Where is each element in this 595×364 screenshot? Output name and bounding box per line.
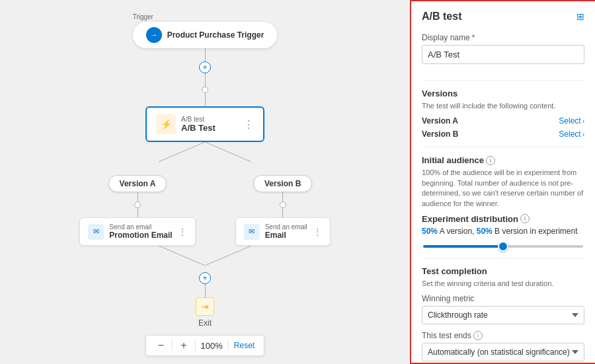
versions-title: Versions <box>422 89 584 98</box>
exp-dist-title: Experiment distribution <box>422 214 518 224</box>
email-text-block-b: Send an email Email <box>265 223 307 240</box>
exp-dist-label-row: Experiment distribution i <box>422 214 584 224</box>
version-b-select-btn[interactable]: Select › <box>559 129 584 139</box>
trigger-node-container: Trigger → Product Purchase Trigger + <box>133 13 278 106</box>
svg-line-0 <box>159 142 205 162</box>
display-name-input[interactable] <box>422 45 584 64</box>
exit-label: Exit <box>198 318 212 328</box>
reset-button[interactable]: Reset <box>234 341 255 350</box>
trigger-icon: → <box>146 27 162 43</box>
email-icon-a: ✉ <box>88 224 104 240</box>
panel-title: A/B test <box>422 11 461 22</box>
slider-container <box>422 240 584 250</box>
email-node-b[interactable]: ✉ Send an email Email ⋮ <box>235 217 331 246</box>
this-test-ends-label: This test ends <box>422 331 471 340</box>
display-name-label-row: Display name * <box>422 33 584 42</box>
exp-dist-info-icon[interactable]: i <box>520 214 530 223</box>
ab-more-button[interactable]: ⋮ <box>243 118 254 131</box>
connector-line-b1 <box>282 192 283 201</box>
sep-1 <box>422 80 584 81</box>
circle-dot-a <box>134 201 141 208</box>
this-test-ends-select[interactable]: Automatically (on statistical significan… <box>422 343 584 361</box>
trigger-node[interactable]: → Product Purchase Trigger <box>133 22 278 48</box>
svg-line-2 <box>159 246 205 266</box>
winning-metric-select[interactable]: Clickthrough rate Open rate Conversion r… <box>422 306 584 324</box>
distribution-slider[interactable] <box>423 245 583 248</box>
required-star: * <box>472 33 475 42</box>
toolbar-divider-2 <box>195 340 196 351</box>
email-node-a[interactable]: ✉ Send an email Promotion Email ⋮ <box>79 217 195 246</box>
branch-connectors-svg <box>106 142 304 175</box>
email-a-more-button[interactable]: ⋮ <box>178 227 187 237</box>
zoom-out-button[interactable]: − <box>155 340 167 351</box>
sep-2 <box>422 147 584 147</box>
version-a-name: Version A <box>422 116 458 126</box>
test-completion-title: Test completion <box>422 266 584 276</box>
email-a-label-small: Send an email <box>109 223 172 231</box>
add-node-button-2[interactable]: + <box>199 272 211 284</box>
branches-container: Version A ✉ Send an email Promotion Emai… <box>79 175 330 246</box>
merge-svg-container <box>106 246 304 272</box>
ab-test-node[interactable]: ⚡ A/B test A/B Test ⋮ <box>145 106 264 142</box>
email-b-label-small: Send an email <box>265 223 307 231</box>
version-a-bubble[interactable]: Version A <box>108 175 167 192</box>
zoom-level: 100% <box>201 341 223 351</box>
dist-label: 50% A version, 50% B version in experime… <box>422 227 584 236</box>
version-b-name: Version B <box>422 129 458 139</box>
toolbar-divider-3 <box>228 340 229 351</box>
add-node-button-1[interactable]: + <box>199 61 211 73</box>
connector-line-3 <box>205 93 206 106</box>
ab-label-small: A/B test <box>181 116 238 123</box>
test-completion-desc: Set the winning criteria and test durati… <box>422 279 584 289</box>
email-b-label-main: Email <box>265 231 307 240</box>
connector-line-2 <box>205 73 206 87</box>
winning-metric-label: Winning metric <box>422 294 584 303</box>
a-pct: 50% <box>422 227 438 236</box>
connector-line-merge <box>205 284 206 297</box>
email-icon-b: ✉ <box>244 224 260 240</box>
sep-3 <box>422 258 584 258</box>
version-a-select-btn[interactable]: Select › <box>559 116 584 126</box>
connector-line-b2 <box>282 208 283 217</box>
ab-icon: ⚡ <box>156 114 176 134</box>
connector-line-a1 <box>138 192 138 201</box>
trigger-wrapper: Trigger → Product Purchase Trigger <box>133 13 278 48</box>
version-a-row: Version A Select › <box>422 116 584 126</box>
email-text-block-a: Send an email Promotion Email <box>109 223 172 240</box>
trigger-text: Product Purchase Trigger <box>167 30 264 40</box>
version-a-chevron: › <box>582 118 584 125</box>
this-test-ends-info-icon[interactable]: i <box>473 331 483 340</box>
initial-audience-info-icon[interactable]: i <box>486 156 495 165</box>
canvas-area: Trigger → Product Purchase Trigger + ⚡ A… <box>0 0 410 364</box>
branch-b: Version B ✉ Send an email Email ⋮ <box>235 175 331 246</box>
zoom-toolbar: − + 100% Reset <box>145 335 264 356</box>
connector-line-a2 <box>138 208 138 217</box>
branch-a: Version A ✉ Send an email Promotion Emai… <box>79 175 195 246</box>
panel-expand-button[interactable]: ⊞ <box>576 11 584 22</box>
svg-line-1 <box>205 142 251 162</box>
version-b-bubble[interactable]: Version B <box>253 175 312 192</box>
versions-desc: The test will include the following cont… <box>422 101 584 111</box>
email-a-label-main: Promotion Email <box>109 231 172 240</box>
branch-svg-container <box>106 142 304 175</box>
circle-dot-1 <box>202 87 208 93</box>
right-panel: A/B test ⊞ Display name * Versions The t… <box>410 0 595 364</box>
initial-audience-label-row: Initial audience i <box>422 155 584 165</box>
this-test-ends-label-row: This test ends i <box>422 331 584 340</box>
ab-label-main: A/B Test <box>181 123 238 133</box>
canvas-content: Trigger → Product Purchase Trigger + ⚡ A… <box>0 0 410 364</box>
initial-audience-title: Initial audience <box>422 155 484 165</box>
trigger-label-small: Trigger <box>133 13 278 20</box>
toolbar-divider-1 <box>172 340 173 351</box>
version-b-chevron: › <box>582 131 584 138</box>
email-b-more-button[interactable]: ⋮ <box>313 227 322 237</box>
merge-area: + ⇥ Exit <box>196 272 214 328</box>
ab-text-block: A/B test A/B Test <box>181 116 238 133</box>
zoom-in-button[interactable]: + <box>178 340 189 351</box>
svg-line-3 <box>205 246 251 266</box>
panel-header: A/B test ⊞ <box>422 11 584 22</box>
exit-node[interactable]: ⇥ Exit <box>196 297 214 328</box>
exit-icon: ⇥ <box>196 297 214 316</box>
b-pct: 50% <box>477 227 493 236</box>
circle-dot-b <box>280 201 286 208</box>
